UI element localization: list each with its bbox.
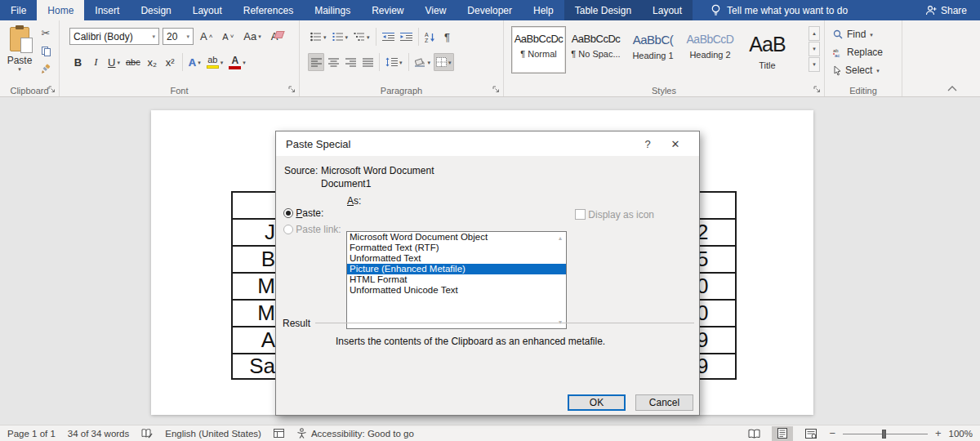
proofing-status[interactable] (141, 428, 153, 439)
replace-button[interactable]: abac Replace (833, 44, 883, 60)
paste-as-listbox[interactable]: Microsoft Word Document Object Formatted… (346, 231, 567, 329)
zoom-in-button[interactable]: + (935, 427, 942, 439)
clear-formatting-button[interactable]: A (268, 28, 282, 45)
change-case-button[interactable]: Aa▾ (240, 28, 264, 45)
read-mode-button[interactable] (743, 426, 764, 441)
shrink-font-button[interactable]: A˅ (219, 28, 237, 45)
page-indicator[interactable]: Page 1 of 1 (7, 429, 56, 439)
underline-button[interactable]: U▾ (105, 53, 122, 71)
table-cell[interactable]: B (231, 245, 278, 272)
font-size-combobox[interactable]: 20 ▾ (163, 28, 194, 45)
share-button[interactable]: Share (912, 0, 980, 20)
tab-home[interactable]: Home (37, 0, 84, 20)
copy-button[interactable] (38, 43, 54, 59)
table-cell[interactable] (700, 191, 737, 218)
styles-scroll-up-button[interactable]: ▴ (808, 26, 820, 41)
list-item[interactable]: Unformatted Text (347, 253, 566, 264)
cut-button[interactable]: ✂ (38, 25, 54, 41)
print-layout-button[interactable] (772, 426, 793, 441)
find-button[interactable]: Find ▾ (833, 26, 873, 42)
table-cell[interactable]: M (231, 299, 278, 326)
styles-dialog-launcher[interactable] (813, 86, 822, 94)
zoom-out-button[interactable]: − (829, 427, 835, 439)
justify-button[interactable] (359, 53, 376, 71)
style-normal[interactable]: AaBbCcDc ¶ Normal (511, 26, 566, 74)
table-cell[interactable] (231, 191, 278, 218)
list-item[interactable]: Microsoft Word Document Object (347, 232, 566, 243)
format-painter-button[interactable] (38, 61, 54, 77)
table-cell[interactable]: 9 (700, 353, 737, 380)
paragraph-dialog-launcher[interactable] (492, 86, 501, 94)
tab-mailings[interactable]: Mailings (304, 0, 361, 20)
style-heading-1[interactable]: AaBbC( Heading 1 (626, 26, 680, 74)
list-item-selected[interactable]: Picture (Enhanced Metafile) (347, 264, 566, 274)
borders-button[interactable]: ▾ (434, 53, 454, 71)
paste-radio[interactable]: Paste: (283, 207, 323, 219)
table-cell[interactable]: Sa (231, 353, 278, 380)
listbox-scrollbar[interactable]: ▴ ▾ (555, 233, 565, 327)
table-cell[interactable]: J (231, 218, 278, 245)
clipboard-dialog-launcher[interactable] (48, 86, 56, 94)
zoom-slider[interactable] (843, 428, 928, 439)
table-cell[interactable]: 9 (700, 326, 737, 353)
display-as-icon-checkbox[interactable]: Display as icon (575, 209, 654, 220)
paste-button[interactable]: Paste ▾ (5, 27, 34, 87)
italic-button[interactable]: I (87, 53, 105, 71)
tab-insert[interactable]: Insert (84, 0, 130, 20)
styles-more-button[interactable]: ▾ (808, 57, 820, 72)
tell-me-box[interactable]: Tell me what you want to do (710, 0, 848, 20)
tab-references[interactable]: References (233, 0, 304, 20)
multilevel-list-button[interactable]: ▾ (351, 28, 372, 46)
accessibility-status[interactable]: Accessibility: Good to go (296, 428, 414, 439)
subscript-button[interactable]: x₂ (144, 53, 161, 71)
tab-help[interactable]: Help (523, 0, 564, 20)
ok-button[interactable]: OK (568, 394, 626, 411)
style-no-spacing[interactable]: AaBbCcDc ¶ No Spac... (568, 26, 623, 74)
strikethrough-button[interactable]: abc (123, 53, 143, 71)
bold-button[interactable]: B (69, 53, 87, 71)
word-count[interactable]: 34 of 34 words (68, 429, 129, 439)
align-left-button[interactable] (308, 53, 324, 71)
dialog-close-button[interactable]: ✕ (662, 138, 689, 150)
table-cell[interactable]: 2 (700, 218, 737, 245)
style-heading-2[interactable]: AaBbCcD Heading 2 (683, 26, 737, 74)
zoom-level[interactable]: 100% (949, 429, 973, 439)
list-item[interactable]: HTML Format (347, 274, 566, 285)
select-button[interactable]: Select ▾ (833, 62, 880, 78)
styles-scroll-down-button[interactable]: ▾ (808, 42, 820, 56)
cancel-button[interactable]: Cancel (635, 394, 693, 411)
show-formatting-marks-button[interactable]: ¶ (439, 28, 456, 46)
zoom-slider-thumb[interactable] (882, 430, 886, 439)
table-cell[interactable]: 0 (700, 299, 737, 326)
dialog-title-bar[interactable]: Paste Special ? ✕ (276, 131, 699, 156)
collapse-ribbon-button[interactable] (947, 86, 957, 91)
line-spacing-button[interactable]: ▾ (383, 53, 405, 71)
tab-developer[interactable]: Developer (457, 0, 523, 20)
tab-table-design[interactable]: Table Design (564, 0, 642, 20)
numbering-button[interactable]: ▾ (330, 28, 351, 46)
dialog-help-button[interactable]: ? (634, 138, 662, 150)
language-indicator[interactable]: English (United States) (165, 429, 261, 439)
text-effects-button[interactable]: A▾ (186, 53, 203, 71)
align-right-button[interactable] (342, 53, 359, 71)
macro-recording-button[interactable] (274, 429, 284, 438)
tab-layout[interactable]: Layout (182, 0, 233, 20)
tab-table-layout[interactable]: Layout (642, 0, 693, 20)
list-item[interactable]: Formatted Text (RTF) (347, 243, 566, 253)
tab-review[interactable]: Review (361, 0, 414, 20)
tab-file[interactable]: File (0, 0, 37, 20)
tab-view[interactable]: View (415, 0, 457, 20)
table-cell[interactable]: 0 (700, 272, 737, 299)
table-cell[interactable]: A (231, 326, 278, 353)
table-cell[interactable]: M (231, 272, 278, 299)
style-title[interactable]: AaB Title (740, 26, 795, 74)
grow-font-button[interactable]: A˄ (197, 28, 216, 45)
font-name-combobox[interactable]: Calibri (Body) ▾ (69, 28, 159, 45)
decrease-indent-button[interactable] (380, 28, 397, 46)
table-cell[interactable]: 5 (700, 245, 737, 272)
shading-button[interactable]: ▾ (412, 53, 434, 71)
increase-indent-button[interactable] (398, 28, 415, 46)
tab-design[interactable]: Design (130, 0, 181, 20)
superscript-button[interactable]: x² (162, 53, 179, 71)
font-dialog-launcher[interactable] (288, 86, 296, 94)
